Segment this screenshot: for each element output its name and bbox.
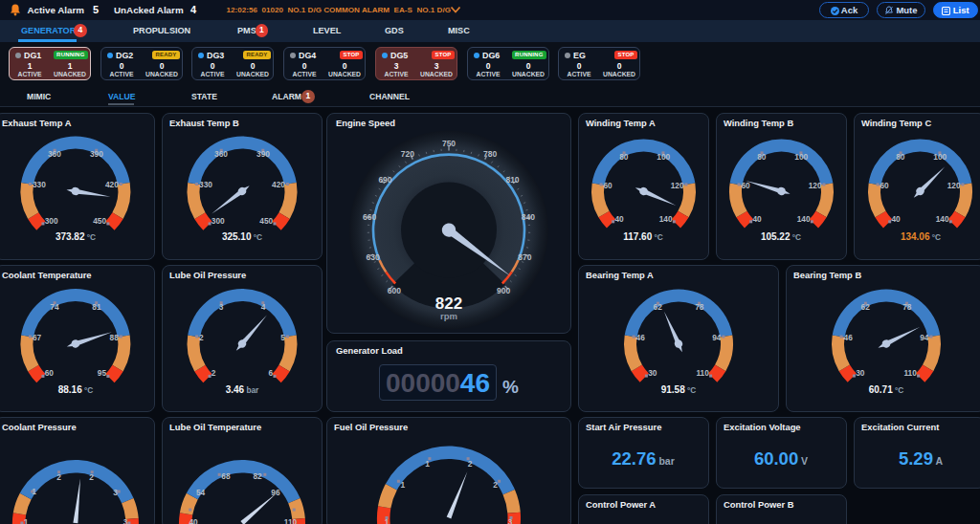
svg-text:82: 82 (253, 471, 262, 481)
svg-text:780: 780 (483, 149, 497, 159)
svg-text:78: 78 (695, 302, 704, 312)
svg-text:810: 810 (505, 175, 519, 185)
svg-text:120: 120 (671, 181, 684, 190)
svg-text:67: 67 (33, 333, 42, 342)
svg-text:600: 600 (388, 286, 401, 295)
svg-text:68: 68 (221, 471, 231, 481)
svg-text:78: 78 (902, 302, 912, 312)
svg-text:360: 360 (214, 149, 228, 159)
svg-text:1: 1 (401, 480, 406, 490)
svg-text:4: 4 (261, 302, 266, 312)
svg-text:2: 2 (56, 472, 61, 482)
svg-text:300: 300 (212, 216, 225, 226)
svg-text:2: 2 (212, 368, 216, 378)
svg-text:140: 140 (797, 214, 811, 224)
svg-text:900: 900 (497, 286, 510, 295)
svg-text:46: 46 (636, 333, 646, 342)
svg-text:140: 140 (659, 214, 673, 224)
svg-text:46: 46 (844, 333, 854, 342)
svg-text:3: 3 (219, 302, 224, 312)
svg-text:95: 95 (98, 368, 107, 378)
svg-text:81: 81 (92, 302, 101, 312)
svg-text:330: 330 (33, 180, 46, 189)
svg-text:88: 88 (110, 333, 120, 342)
svg-text:60: 60 (45, 368, 55, 378)
svg-text:30: 30 (648, 368, 657, 378)
svg-text:1: 1 (32, 487, 36, 496)
svg-text:420: 420 (272, 180, 285, 189)
svg-text:690: 690 (378, 175, 391, 185)
svg-text:80: 80 (757, 152, 767, 162)
svg-text:80: 80 (896, 152, 905, 162)
svg-text:100: 100 (794, 152, 808, 162)
svg-text:62: 62 (654, 302, 663, 312)
svg-text:750: 750 (442, 139, 456, 148)
svg-text:870: 870 (518, 252, 531, 262)
svg-text:6: 6 (269, 368, 274, 378)
svg-text:62: 62 (861, 302, 871, 312)
svg-text:3: 3 (508, 517, 513, 524)
svg-text:94: 94 (712, 333, 722, 342)
svg-text:1: 1 (24, 517, 29, 524)
svg-text:2: 2 (493, 480, 498, 490)
svg-text:100: 100 (657, 152, 670, 162)
svg-text:94: 94 (920, 333, 929, 342)
svg-text:60: 60 (742, 181, 751, 190)
svg-text:110: 110 (284, 517, 298, 524)
svg-text:450: 450 (259, 216, 273, 226)
svg-text:100: 100 (933, 152, 947, 162)
svg-text:1: 1 (425, 459, 430, 469)
svg-text:660: 660 (363, 212, 376, 222)
svg-text:60: 60 (604, 181, 613, 190)
svg-text:110: 110 (696, 368, 709, 378)
svg-text:2: 2 (89, 472, 94, 482)
svg-text:80: 80 (619, 152, 629, 162)
svg-text:96: 96 (271, 488, 280, 497)
svg-text:330: 330 (199, 180, 212, 189)
svg-text:40: 40 (614, 214, 624, 224)
svg-text:390: 390 (90, 149, 103, 159)
svg-text:5: 5 (280, 333, 285, 342)
svg-text:40: 40 (752, 214, 762, 224)
svg-text:60: 60 (880, 181, 890, 190)
svg-text:1: 1 (385, 517, 390, 524)
svg-text:74: 74 (50, 302, 59, 312)
svg-text:840: 840 (522, 212, 535, 222)
svg-text:390: 390 (256, 149, 270, 159)
svg-text:2: 2 (199, 333, 204, 342)
svg-text:2: 2 (468, 459, 473, 469)
svg-text:120: 120 (809, 181, 822, 190)
svg-text:110: 110 (903, 368, 917, 378)
svg-text:40: 40 (891, 214, 901, 224)
svg-text:54: 54 (196, 488, 206, 497)
svg-text:3: 3 (113, 488, 118, 497)
svg-text:450: 450 (93, 216, 106, 226)
svg-text:3: 3 (123, 517, 128, 524)
svg-text:300: 300 (45, 216, 58, 226)
svg-text:720: 720 (401, 149, 414, 159)
svg-text:140: 140 (936, 214, 949, 224)
svg-text:120: 120 (947, 181, 961, 190)
svg-text:420: 420 (105, 180, 119, 189)
svg-text:630: 630 (367, 252, 380, 262)
svg-text:360: 360 (48, 149, 61, 159)
svg-text:30: 30 (856, 368, 865, 378)
svg-text:40: 40 (189, 517, 198, 524)
